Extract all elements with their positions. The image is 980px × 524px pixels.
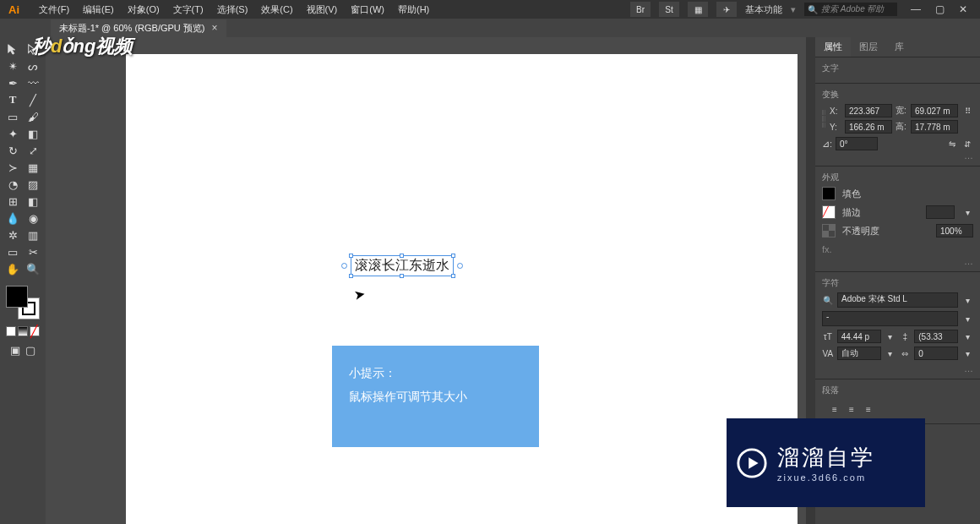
height-input[interactable] — [911, 120, 958, 134]
direct-selection-tool[interactable] — [23, 41, 43, 57]
tracking-input[interactable] — [914, 347, 958, 360]
kerning-input[interactable] — [837, 347, 881, 360]
magic-wand-tool[interactable]: ✴ — [3, 57, 23, 74]
stroke-weight-input[interactable] — [926, 205, 955, 219]
bbox-handle[interactable] — [400, 274, 404, 278]
tab-properties[interactable]: 属性 — [815, 37, 851, 57]
color-mode-icon[interactable] — [6, 326, 16, 336]
watermark-url: zixue.3d66.com — [777, 472, 875, 483]
shape-builder-tool[interactable]: ◔ — [3, 176, 23, 193]
gpu-icon[interactable]: ✈ — [716, 2, 737, 17]
artboard[interactable]: 滚滚长江东逝水 ➤ 小提示： 鼠标操作可调节其大小 — [126, 54, 798, 524]
opacity-icon — [822, 224, 836, 237]
stroke-weight-stepper[interactable]: ▾ — [961, 206, 973, 218]
font-style-select[interactable]: - — [822, 311, 958, 326]
close-icon[interactable]: ✕ — [953, 3, 973, 16]
menu-help[interactable]: 帮助(H) — [391, 3, 436, 16]
reference-point-grid[interactable] — [822, 110, 825, 128]
graph-tool[interactable]: ▥ — [23, 227, 43, 243]
stroke-color-swatch[interactable]: ╱ — [822, 205, 836, 219]
opacity-input[interactable] — [936, 224, 973, 237]
bbox-handle[interactable] — [349, 274, 353, 278]
text-object[interactable]: 滚滚长江东逝水 — [351, 255, 454, 276]
menu-type[interactable]: 文字(T) — [166, 3, 210, 16]
text-port-icon[interactable] — [457, 263, 463, 269]
menu-select[interactable]: 选择(S) — [210, 3, 255, 16]
menu-object[interactable]: 对象(O) — [121, 3, 166, 16]
workspace-switcher[interactable]: 基本功能 — [745, 3, 782, 16]
bbox-handle[interactable] — [451, 274, 455, 278]
mesh-tool[interactable]: ⊞ — [3, 193, 23, 210]
minimize-icon[interactable]: — — [906, 3, 926, 16]
font-search-icon[interactable]: 🔍 — [822, 294, 834, 306]
gradient-mode-icon[interactable] — [18, 326, 28, 336]
fill-stroke-swatches[interactable] — [6, 286, 40, 319]
tab-libraries[interactable]: 库 — [886, 37, 912, 57]
link-wh-icon[interactable]: ⠿ — [961, 105, 973, 117]
align-right-icon[interactable]: ≡ — [863, 403, 874, 415]
font-family-select[interactable]: Adobe 宋体 Std L — [837, 292, 958, 308]
tab-layers[interactable]: 图层 — [851, 37, 886, 57]
scale-tool[interactable]: ⤢ — [23, 142, 43, 159]
lasso-tool[interactable]: ᔕ — [23, 57, 43, 74]
canvas-area[interactable]: 滚滚长江东逝水 ➤ 小提示： 鼠标操作可调节其大小 — [46, 37, 806, 524]
zoom-tool[interactable]: 🔍 — [23, 260, 43, 277]
bbox-handle[interactable] — [400, 254, 404, 258]
free-transform-tool[interactable]: ▦ — [23, 159, 43, 176]
eyedropper-tool[interactable]: 💧 — [3, 210, 23, 227]
flip-h-icon[interactable]: ⇋ — [946, 138, 958, 150]
bbox-handle[interactable] — [451, 254, 455, 258]
screen-mode-full[interactable]: ▢ — [23, 341, 38, 358]
y-input[interactable] — [845, 120, 892, 134]
type-tool[interactable]: T — [3, 91, 23, 108]
pen-tool[interactable]: ✒ — [3, 74, 23, 91]
x-input[interactable] — [845, 104, 892, 117]
menu-effect[interactable]: 效果(C) — [254, 3, 299, 16]
stock-icon[interactable]: St — [659, 2, 679, 17]
fill-color-swatch[interactable] — [822, 187, 836, 200]
search-icon: 🔍 — [808, 5, 818, 14]
rectangle-tool[interactable]: ▭ — [3, 108, 23, 125]
hand-tool[interactable]: ✋ — [3, 260, 23, 277]
menu-window[interactable]: 窗口(W) — [344, 3, 391, 16]
artboard-tool[interactable]: ▭ — [3, 243, 23, 260]
maximize-icon[interactable]: ▢ — [929, 3, 950, 16]
blend-tool[interactable]: ◉ — [23, 210, 43, 227]
tab-close-icon[interactable]: × — [212, 22, 218, 34]
leading-icon: ‡ — [900, 330, 912, 342]
bbox-handle[interactable] — [349, 254, 353, 258]
align-center-icon[interactable]: ≡ — [846, 403, 858, 415]
align-left-icon[interactable]: ≡ — [829, 403, 841, 415]
screen-mode-normal[interactable]: ▣ — [8, 341, 23, 358]
flip-v-icon[interactable]: ⇵ — [961, 138, 973, 150]
slice-tool[interactable]: ✂ — [23, 243, 43, 260]
menu-file[interactable]: 文件(F) — [32, 3, 76, 16]
paintbrush-tool[interactable]: 🖌 — [23, 108, 43, 125]
width-tool[interactable]: ≻ — [3, 159, 23, 176]
arrange-docs-icon[interactable]: ▦ — [688, 2, 708, 17]
gradient-tool[interactable]: ◧ — [23, 193, 43, 210]
menu-edit[interactable]: 编辑(E) — [76, 3, 121, 16]
document-tab[interactable]: 未标题-1* @ 60% (RGB/GPU 预览) × — [51, 19, 226, 37]
fill-swatch[interactable] — [6, 286, 28, 308]
eraser-tool[interactable]: ◧ — [23, 125, 43, 142]
none-mode-icon[interactable]: ╱ — [30, 326, 40, 336]
leading-input[interactable] — [914, 330, 958, 343]
h-label: 高: — [896, 121, 907, 133]
curvature-tool[interactable]: 〰 — [23, 74, 43, 91]
angle-label: ⊿: — [822, 139, 832, 150]
perspective-tool[interactable]: ▨ — [23, 176, 43, 193]
rotate-tool[interactable]: ↻ — [3, 142, 23, 159]
menu-view[interactable]: 视图(V) — [300, 3, 345, 16]
search-input[interactable]: 🔍 搜索 Adobe 帮助 — [804, 3, 897, 16]
line-tool[interactable]: ╱ — [23, 91, 43, 108]
font-size-input[interactable] — [837, 330, 881, 343]
shaper-tool[interactable]: ✦ — [3, 125, 23, 142]
width-input[interactable] — [911, 104, 958, 117]
text-port-icon[interactable] — [341, 263, 347, 269]
symbol-sprayer-tool[interactable]: ✲ — [3, 227, 23, 243]
bridge-icon[interactable]: Br — [630, 2, 651, 17]
angle-input[interactable] — [836, 137, 878, 150]
selection-tool[interactable] — [3, 41, 23, 57]
fx-row[interactable]: fx. — [822, 243, 973, 256]
